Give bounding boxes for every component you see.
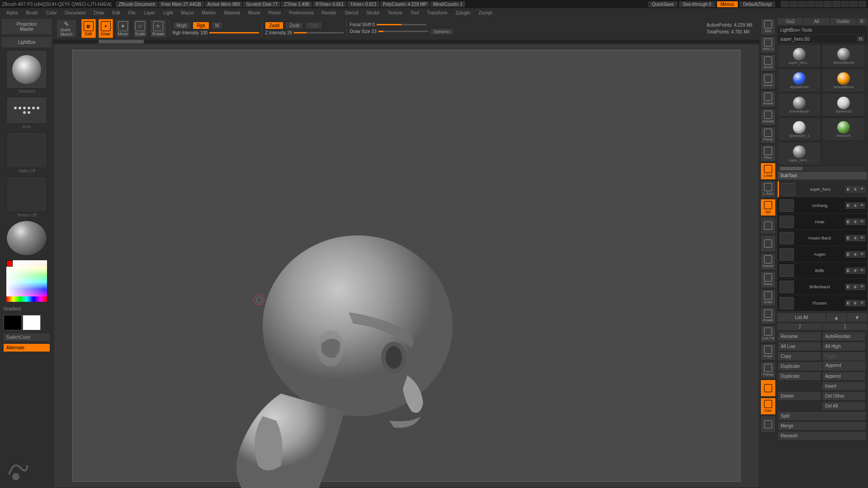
paste-button[interactable]: Paste	[822, 352, 866, 361]
paint-icon[interactable]: ◧	[845, 251, 852, 258]
zsub-toggle[interactable]: Zsub	[285, 22, 303, 29]
menu-material[interactable]: Material	[221, 9, 244, 16]
tool-AlphaBrush[interactable]: AlphaBrush	[778, 69, 821, 92]
remesh-section[interactable]: Remesh	[778, 431, 866, 441]
subtool-row[interactable]: Umhang◧◐👁	[778, 197, 867, 214]
eye-icon[interactable]: 👁	[859, 202, 865, 209]
viewport-frame-button[interactable]: Frame	[760, 253, 776, 270]
alternate-button[interactable]: Alternate	[4, 344, 50, 352]
viewport-btn12-button[interactable]	[760, 235, 776, 252]
viewport-local-button[interactable]: Local	[760, 163, 776, 180]
z-intensity-slider[interactable]	[294, 32, 344, 33]
texture-selector[interactable]: Texture Off	[6, 176, 47, 212]
menus-toggle[interactable]: Menus	[717, 1, 738, 7]
viewport-rotate-button[interactable]: Rotate	[760, 307, 776, 324]
lightbox-breadcrumb[interactable]: LightBox» Tools	[778, 26, 867, 34]
viewport-transp-button[interactable]: Transp	[760, 361, 776, 379]
all-high-button[interactable]: All High	[822, 342, 866, 351]
menu-zscript[interactable]: Zscript	[475, 9, 495, 16]
vis-icon[interactable]: ◐	[852, 284, 859, 290]
menu-texture[interactable]: Texture	[384, 9, 406, 16]
menu-picker[interactable]: Picker	[265, 9, 285, 16]
del-other-button[interactable]: Del Other	[822, 391, 866, 401]
rename-button[interactable]: Rename	[778, 332, 821, 341]
stroke-selector[interactable]: Dots	[6, 97, 47, 124]
viewport-zoom-button[interactable]: Zoom	[760, 72, 776, 89]
menu-zplugin[interactable]: Zplugin	[452, 9, 474, 16]
viewport[interactable]	[72, 50, 741, 482]
history-scrollbar[interactable]	[53, 40, 760, 43]
viewport-btn20-button[interactable]	[760, 380, 776, 397]
menu-document[interactable]: Document	[61, 9, 90, 16]
material-selector[interactable]	[6, 221, 47, 256]
switchcolor-button[interactable]: SwitchColor	[4, 333, 50, 341]
append-button-2[interactable]: Append	[822, 371, 866, 381]
scale-mode-button[interactable]: ⤢Scale	[133, 19, 148, 38]
all-low-button[interactable]: All Low	[778, 342, 821, 351]
tool-superhero[interactable]: super_hero...	[778, 142, 821, 165]
tool-Sphere3D1[interactable]: Sphere3D_1	[778, 117, 821, 141]
paint-icon[interactable]: ◧	[845, 235, 852, 241]
vis-icon[interactable]: ◐	[852, 186, 859, 192]
menu-draw[interactable]: Draw	[90, 9, 108, 16]
menu-transform[interactable]: Transform	[423, 9, 451, 16]
paint-icon[interactable]: ◧	[845, 284, 852, 290]
subtool-row[interactable]: Brillenband◧◐👁	[778, 279, 867, 295]
alpha-selector[interactable]: Alpha Off	[6, 132, 47, 168]
dock2-icon[interactable]	[807, 1, 815, 7]
viewport-bint-button[interactable]: Bint	[760, 18, 776, 35]
menu-tool[interactable]: Tool	[407, 9, 422, 16]
quicksketch-button[interactable]: ✎Quick Sketch	[56, 19, 77, 38]
menu-macro[interactable]: Macro	[178, 9, 198, 16]
vis-icon[interactable]: ◐	[852, 251, 859, 258]
eye-icon[interactable]: 👁	[859, 235, 865, 241]
subtool-up-button[interactable]: ▲	[826, 313, 846, 322]
vis-icon[interactable]: ◐	[852, 202, 859, 209]
close-icon[interactable]	[858, 1, 866, 7]
eye-icon[interactable]: 👁	[859, 219, 865, 225]
menu-movie[interactable]: Movie	[245, 9, 264, 16]
r-tab[interactable]: R	[857, 18, 867, 25]
list-all-button[interactable]: List All	[778, 313, 826, 322]
zcut-toggle[interactable]: Zcut	[305, 22, 322, 29]
delete-button[interactable]: Delete	[778, 391, 821, 401]
paint-icon[interactable]: ◧	[845, 186, 852, 192]
autoreorder-button[interactable]: AutoReorder	[822, 332, 866, 341]
viewport-persp-button[interactable]: Persp	[760, 127, 776, 144]
viewport-actual-button[interactable]: Actual	[760, 90, 776, 108]
gradient-label[interactable]: Gradient	[1, 305, 52, 312]
viewport-linefill-button[interactable]: Line Fill	[760, 325, 776, 343]
duplicate-button-2[interactable]: Duplicate	[778, 371, 821, 381]
eye-icon[interactable]: 👁	[859, 300, 865, 306]
vis-icon[interactable]: ◐	[852, 219, 859, 225]
viewport-xyz-button[interactable]: xyz	[760, 199, 776, 216]
paint-icon[interactable]: ◧	[845, 219, 852, 225]
tool-superhero[interactable]: super_hero...	[778, 44, 821, 68]
subtool-down-button[interactable]: ▼	[847, 313, 867, 322]
subtool-section-header[interactable]: SubTool	[778, 172, 867, 179]
color-picker[interactable]	[6, 260, 47, 302]
menu-layer[interactable]: Layer	[140, 9, 159, 16]
subtool-row[interactable]: Flossen◧◐👁	[778, 295, 867, 311]
paint-icon[interactable]: ◧	[845, 300, 852, 306]
rgb-toggle[interactable]: Rgb	[193, 22, 209, 29]
rgb-intensity-slider[interactable]	[209, 32, 259, 33]
dock3-icon[interactable]	[815, 1, 823, 7]
del-all-button[interactable]: Del All	[822, 401, 866, 411]
tool-scrollbar[interactable]	[780, 167, 865, 170]
zadd-toggle[interactable]: Zadd	[265, 22, 283, 29]
menu-stencil[interactable]: Stencil	[341, 9, 362, 16]
visible-tab[interactable]: Visible	[830, 18, 856, 25]
menu-brush[interactable]: Brush	[23, 9, 42, 16]
maximize-icon[interactable]	[824, 1, 832, 7]
default-zscript[interactable]: DefaultZScript	[740, 1, 775, 7]
seethrough-slider[interactable]: See-through 0	[679, 1, 715, 7]
draw-mode-button[interactable]: ✦Draw	[99, 19, 113, 38]
window-max-icon[interactable]	[849, 1, 858, 7]
minimize-icon[interactable]	[841, 1, 849, 7]
viewport-scroll-button[interactable]: Scroll	[760, 54, 776, 71]
menu-color[interactable]: Color	[42, 9, 61, 16]
dynamic-toggle[interactable]: Dynamic	[430, 28, 454, 35]
subtool-row[interactable]: Hose◧◐👁	[778, 214, 867, 230]
viewport-lsym-button[interactable]: L.Sym	[760, 181, 776, 198]
